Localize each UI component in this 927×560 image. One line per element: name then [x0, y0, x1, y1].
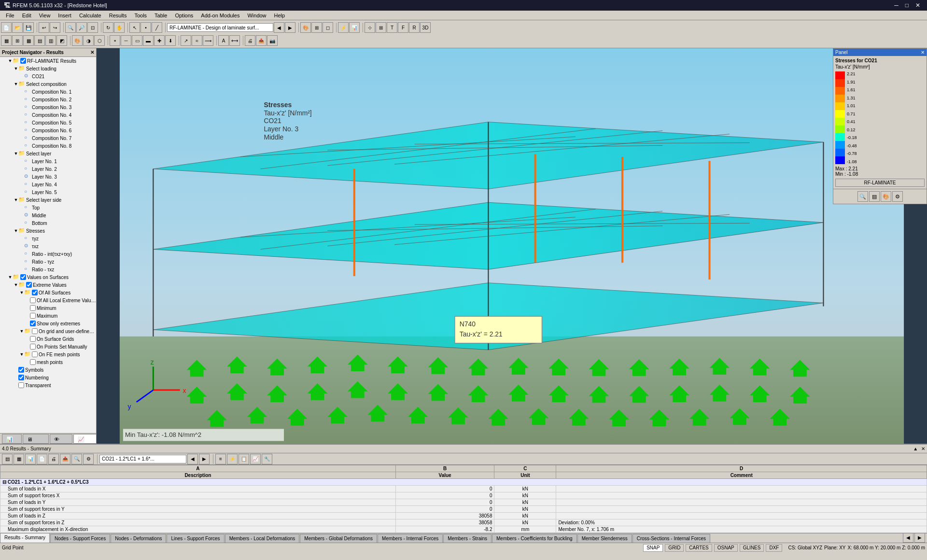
legend-rflaminate-btn[interactable]: RF-LAMINATE	[835, 179, 925, 187]
tree-node-layer5[interactable]: ○ Layer No. 5	[0, 188, 96, 196]
tb2-shade[interactable]: ◑	[83, 35, 94, 46]
tree-node-femesh[interactable]: ▼ 📁 On FE mesh points	[0, 350, 96, 358]
nav-tab-results[interactable]: 📈 Results	[73, 434, 97, 444]
expand-loading[interactable]: ▼	[14, 66, 18, 71]
tb-rotate[interactable]: ↻	[103, 22, 113, 33]
legend-color-btn[interactable]: 🎨	[881, 191, 891, 202]
legend-table-btn[interactable]: ▤	[869, 191, 880, 202]
tb-grid-btn[interactable]: ⊞	[376, 22, 386, 33]
expand-allsurfaces[interactable]: ▼	[19, 290, 24, 295]
tree-node-minimum[interactable]: Minimum	[0, 304, 96, 312]
tb-redo[interactable]: ↪	[50, 22, 60, 33]
expand-ongrid[interactable]: ▼	[19, 329, 24, 334]
tb-save[interactable]: 💾	[23, 22, 34, 33]
tree-node-symbols[interactable]: Symbols	[0, 366, 96, 374]
tab-members-buckling[interactable]: Members - Coefficients for Buckling	[492, 534, 577, 543]
tb2-export[interactable]: 📤	[256, 35, 267, 46]
tree-node-loading[interactable]: ▼ 📁 Select loading	[0, 65, 96, 72]
nav-tab-display[interactable]: 🖥 Display	[23, 434, 49, 444]
results-combo[interactable]	[99, 455, 186, 463]
tb-line[interactable]: ╱	[152, 22, 162, 33]
expand-femesh[interactable]: ▼	[19, 352, 24, 357]
check-femesh[interactable]	[32, 351, 38, 357]
cartes-btn[interactable]: CARTES	[686, 544, 712, 552]
res-settings2[interactable]: ⚡	[227, 454, 238, 464]
tab-members-local[interactable]: Members - Local Deformations	[225, 534, 300, 543]
menu-file[interactable]: File	[2, 11, 18, 20]
tree-node-tyz[interactable]: ○ τyz	[0, 235, 96, 242]
dxf-btn[interactable]: DXF	[766, 544, 782, 552]
check-allsurfaces[interactable]	[32, 290, 38, 295]
menu-results[interactable]: Results	[105, 11, 131, 20]
tree-node-onsurfacegrids[interactable]: On Surface Grids	[0, 335, 96, 343]
tb-view-front[interactable]: F	[398, 22, 408, 33]
tree-node-ratio-txz[interactable]: ○ Ratio - τxz	[0, 266, 96, 273]
tree-node-allsurfaces[interactable]: ▼ 📁 Of All Surfaces	[0, 289, 96, 296]
tb-open[interactable]: 📂	[12, 22, 23, 33]
menu-options[interactable]: Options	[171, 11, 197, 20]
res-tb-1[interactable]: ▤	[2, 454, 13, 464]
tree-node-comp3[interactable]: ○ Composition No. 3	[0, 103, 96, 111]
tree-node-layer3[interactable]: ⊙ Layer No. 3	[0, 173, 96, 181]
check-values[interactable]	[20, 274, 26, 280]
check-symbols[interactable]	[18, 367, 24, 373]
tb-next[interactable]: ▶	[285, 22, 295, 33]
tree-node-comp2[interactable]: ○ Composition No. 2	[0, 96, 96, 103]
tb-view-right[interactable]: R	[409, 22, 420, 33]
tree-node-ratio-int[interactable]: ○ Ratio - int(τxz+τxy)	[0, 250, 96, 258]
tree-node-layer[interactable]: ▼ 📁 Select layer	[0, 150, 96, 157]
tree-node-showonly[interactable]: Show only extremes	[0, 320, 96, 327]
menu-window[interactable]: Window	[243, 11, 270, 20]
menu-edit[interactable]: Edit	[18, 11, 35, 20]
tb-view-3d[interactable]: 3D	[420, 22, 431, 33]
check-meshpoints[interactable]	[30, 359, 36, 365]
tb2-stress[interactable]: ≈	[192, 35, 202, 46]
tree-node-alllocalextreme[interactable]: Of All Local Extreme Values	[0, 296, 96, 304]
check-surfacegrids[interactable]	[30, 336, 36, 342]
tree-node-ongrid[interactable]: ▼ 📁 On grid and user-defined points	[0, 327, 96, 335]
tb2-wire[interactable]: ⬡	[94, 35, 105, 46]
menu-view[interactable]: View	[35, 11, 55, 20]
tb-results-btn[interactable]: 📊	[349, 22, 360, 33]
tab-scroll-left[interactable]: ◀	[903, 533, 913, 543]
tab-member-slenderness[interactable]: Member Slenderness	[577, 534, 632, 543]
tree-node-onpointsmanual[interactable]: On Points Set Manually	[0, 343, 96, 350]
table-row[interactable]: Sum of loads in X 0 kN	[0, 486, 927, 492]
res-tb-5[interactable]: 🖨	[48, 454, 59, 464]
osnap-btn[interactable]: OSNAP	[714, 544, 738, 552]
res-tb-3[interactable]: 📊	[25, 454, 36, 464]
tb2-deform[interactable]: ↗	[181, 35, 191, 46]
res-tb-8[interactable]: ⚙	[83, 454, 94, 464]
tab-results-summary[interactable]: Results - Summary	[0, 533, 50, 543]
tree-node-rflaminate[interactable]: ▼ 📁 RF-LAMINATE Results	[0, 57, 96, 65]
tree-node-comp8[interactable]: ○ Composition No. 8	[0, 142, 96, 150]
tree-node-comp1[interactable]: ○ Composition No. 1	[0, 88, 96, 96]
menu-addon[interactable]: Add-on Modules	[197, 11, 243, 20]
tab-lines-support[interactable]: Lines - Support Forces	[167, 534, 224, 543]
legend-zoom-btn[interactable]: 🔍	[857, 191, 868, 202]
snap-btn[interactable]: SNAP	[643, 544, 663, 552]
table-row-group[interactable]: ⊟ CO21 - 1.2*LC1 + 1.6*LC2 + 0.5*LC3	[0, 479, 927, 486]
tree-node-stresses[interactable]: ▼ 📁 Stresses	[0, 227, 96, 235]
tree-node-layer4[interactable]: ○ Layer No. 4	[0, 181, 96, 188]
results-table-area[interactable]: A B C D Description Value Unit Comment ⊟…	[0, 465, 927, 533]
tb-calc[interactable]: ⚡	[338, 22, 349, 33]
legend-settings-btn[interactable]: ⚙	[892, 191, 903, 202]
menu-tools[interactable]: Tools	[130, 11, 151, 20]
viewport[interactable]: N740 Tau-x'z' = 2.21 x z y Min Tau-x'z':…	[97, 48, 927, 444]
tb2-color[interactable]: 🎨	[72, 35, 83, 46]
tree-node-layer2[interactable]: ○ Layer No. 2	[0, 165, 96, 173]
tb-zoom-out[interactable]: 🔎	[76, 22, 87, 33]
table-row[interactable]: Sum of loads in Z 38058 kN	[0, 513, 927, 519]
tree-node-top[interactable]: ○ Top	[0, 204, 96, 211]
check-transparent[interactable]	[18, 382, 24, 388]
collapse-icon[interactable]: ▲	[913, 446, 918, 451]
tb2-cross-vis[interactable]: ✚	[154, 35, 165, 46]
tb-select[interactable]: ↖	[129, 22, 140, 33]
tree-node-meshpoints[interactable]: mesh points	[0, 358, 96, 366]
tab-scroll-right[interactable]: ▶	[914, 533, 925, 543]
check-maximum[interactable]	[30, 313, 36, 319]
tb2-solid-vis[interactable]: ▬	[143, 35, 154, 46]
tree-node-ratio-tyz[interactable]: ○ Ratio - τyz	[0, 258, 96, 266]
tb-new[interactable]: 📄	[1, 22, 12, 33]
